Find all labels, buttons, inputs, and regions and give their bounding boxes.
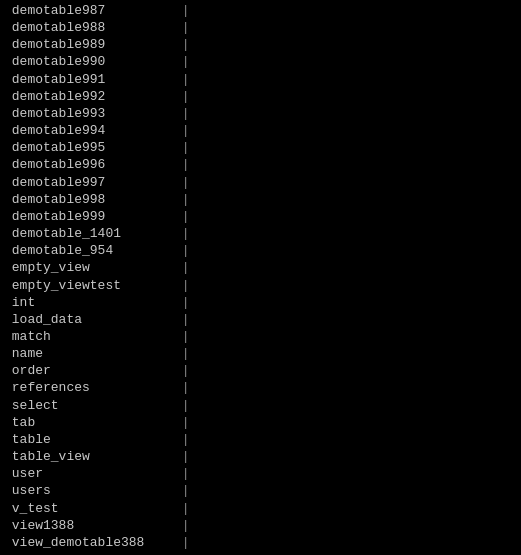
table-name: demotable992 (4, 88, 174, 105)
table-row: demotable991 | (0, 71, 521, 88)
table-row: view_demotable388 | (0, 534, 521, 551)
table-row: demotable_1401 | (0, 225, 521, 242)
pipe: | (174, 225, 190, 242)
pipe: | (174, 71, 190, 88)
table-row: demotable987 | (0, 2, 521, 19)
table-row: v_test | (0, 500, 521, 517)
table-row: empty_viewtest | (0, 277, 521, 294)
pipe: | (174, 191, 190, 208)
table-row: int | (0, 294, 521, 311)
table-name: demotable_954 (4, 242, 174, 259)
pipe: | (174, 242, 190, 259)
table-row: load_data | (0, 311, 521, 328)
table-row: demotable996 | (0, 156, 521, 173)
pipe: | (174, 2, 190, 19)
table-name: empty_view (4, 259, 174, 276)
pipe: | (174, 88, 190, 105)
table-row: order | (0, 362, 521, 379)
table-name: view1388 (4, 517, 174, 534)
pipe: | (174, 517, 190, 534)
pipe: | (174, 208, 190, 225)
pipe: | (174, 345, 190, 362)
pipe: | (174, 534, 190, 551)
table-row: table | (0, 431, 521, 448)
pipe: | (174, 482, 190, 499)
table-name: users (4, 482, 174, 499)
pipe: | (174, 379, 190, 396)
pipe: | (174, 36, 190, 53)
table-name: name (4, 345, 174, 362)
table-name: demotable989 (4, 36, 174, 53)
table-name: tab (4, 414, 174, 431)
pipe: | (174, 156, 190, 173)
pipe: | (174, 328, 190, 345)
table-name: demotable996 (4, 156, 174, 173)
table-name: v_test (4, 500, 174, 517)
table-row: demotable999 | (0, 208, 521, 225)
table-name: demotable999 (4, 208, 174, 225)
pipe: | (174, 19, 190, 36)
table-row: demotable988 | (0, 19, 521, 36)
pipe: | (174, 431, 190, 448)
table-name: user (4, 465, 174, 482)
table-name: table (4, 431, 174, 448)
pipe: | (174, 362, 190, 379)
table-row: empty_view | (0, 259, 521, 276)
pipe: | (174, 139, 190, 156)
table-row: demotable993 | (0, 105, 521, 122)
pipe: | (174, 53, 190, 70)
table-row: demotable994 | (0, 122, 521, 139)
table-name: select (4, 397, 174, 414)
pipe: | (174, 397, 190, 414)
pipe: | (174, 448, 190, 465)
table-row: user | (0, 465, 521, 482)
table-row: demotable995 | (0, 139, 521, 156)
table-row: name | (0, 345, 521, 362)
table-name: demotable987 (4, 2, 174, 19)
pipe: | (174, 500, 190, 517)
pipe: | (174, 465, 190, 482)
table-name: demotable990 (4, 53, 174, 70)
table-row: demotable998 | (0, 191, 521, 208)
pipe: | (174, 414, 190, 431)
table-row: select | (0, 397, 521, 414)
bottom-divider: +----------------------+ (0, 551, 521, 555)
table-name: match (4, 328, 174, 345)
table-row: references | (0, 379, 521, 396)
pipe: | (174, 311, 190, 328)
table-name: view_demotable388 (4, 534, 174, 551)
table-row: demotable992 | (0, 88, 521, 105)
pipe: | (174, 122, 190, 139)
pipe: | (174, 277, 190, 294)
table-row: demotable989 | (0, 36, 521, 53)
table-name: table_view (4, 448, 174, 465)
table-row: demotable_954 | (0, 242, 521, 259)
table-name: demotable997 (4, 174, 174, 191)
table-name: demotable994 (4, 122, 174, 139)
table-name: int (4, 294, 174, 311)
table-row: demotable997 | (0, 174, 521, 191)
pipe: | (174, 259, 190, 276)
table-name: order (4, 362, 174, 379)
table-name: demotable_1401 (4, 225, 174, 242)
table-name: demotable993 (4, 105, 174, 122)
pipe: | (174, 105, 190, 122)
table-row: view1388 | (0, 517, 521, 534)
table-name: references (4, 379, 174, 396)
table-row: tab | (0, 414, 521, 431)
table-name: load_data (4, 311, 174, 328)
table-row: match | (0, 328, 521, 345)
table-name: demotable988 (4, 19, 174, 36)
table-name: demotable998 (4, 191, 174, 208)
pipe: | (174, 174, 190, 191)
table-row: users | (0, 482, 521, 499)
table-name: empty_viewtest (4, 277, 174, 294)
table-row: demotable990 | (0, 53, 521, 70)
table-name: demotable995 (4, 139, 174, 156)
table-name: demotable991 (4, 71, 174, 88)
table-row: table_view | (0, 448, 521, 465)
pipe: | (174, 294, 190, 311)
terminal-output: demotable987 | demotable988 | demotable9… (0, 2, 521, 555)
